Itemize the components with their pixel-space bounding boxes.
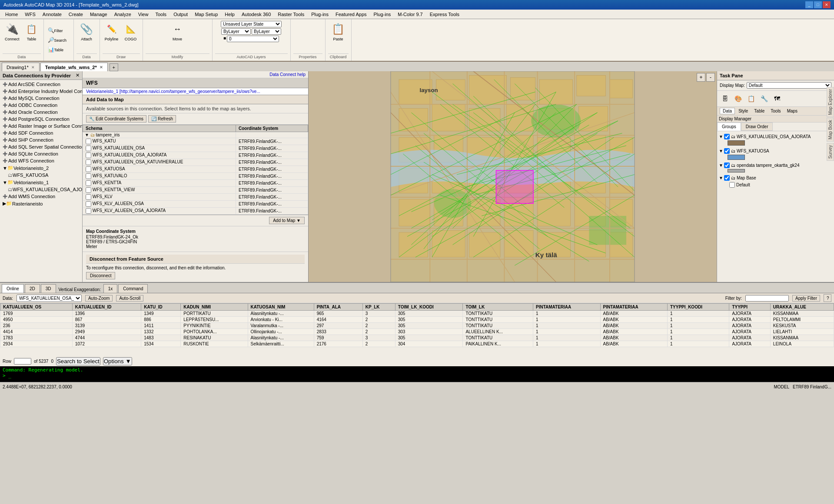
tree-expand-1[interactable]: ▼ <box>719 134 723 139</box>
move-button[interactable]: ↔️ Move <box>168 21 186 43</box>
tab-drawing1[interactable]: Drawing1* ✕ <box>2 63 40 71</box>
schema-item-katuosa[interactable]: WFS_KATUOSA ETRF89.FinlandGK-... <box>83 166 308 173</box>
filter-help-button[interactable]: ? <box>824 294 831 302</box>
table-row[interactable]: 293410721534RUSKONTIESelkämäenraitti...2… <box>0 341 834 347</box>
menu-help[interactable]: Help <box>221 11 238 18</box>
menu-mcolor[interactable]: M-Color 9.7 <box>394 11 426 18</box>
rt-maps-btn[interactable]: 🗺 <box>771 93 783 105</box>
layer-check-1[interactable] <box>724 134 730 139</box>
menu-view[interactable]: View <box>135 11 152 18</box>
close-button[interactable]: ✕ <box>823 1 831 8</box>
add-sqlserver[interactable]: ➕Add SQL Server Spatial Connection <box>1 143 81 150</box>
layer-check-3[interactable] <box>724 162 730 168</box>
schema-item-klv[interactable]: WFS_KLV ETRF89.FinlandGK-... <box>83 194 308 201</box>
schema-item-kenttaview[interactable]: WFS_KENTTA_VIEW ETRF89.FinlandGK-... <box>83 187 308 194</box>
schema-item-ajorata[interactable]: WFS_KATUALUEEN_OSA_AJORATA ETRF89.Finlan… <box>83 152 308 159</box>
layer-select[interactable]: Unsaved Layer State <box>221 21 282 27</box>
schema-group-row[interactable]: ▼ 🗂 tampere_iris <box>83 132 308 138</box>
paste-button[interactable]: 📋 Paste <box>329 21 347 43</box>
color-select[interactable]: 0 <box>227 36 279 42</box>
data-source-select[interactable]: WFS_KATUALUEEN_OSA_ <box>17 295 82 302</box>
row-number-input[interactable] <box>14 358 31 365</box>
map-explorer-label[interactable]: Map Explorer <box>827 87 834 117</box>
menu-analyze[interactable]: Analyze <box>111 11 135 18</box>
survey-label[interactable]: Survey <box>827 143 834 161</box>
add-wms[interactable]: ➕Add WMS Connection <box>1 193 81 200</box>
add-wfs[interactable]: ➕Add WFS Connection <box>1 157 81 164</box>
search-to-select-button[interactable]: Search to Select <box>56 357 100 365</box>
add-mysql[interactable]: ➕Add MySQL Connection <box>1 95 81 102</box>
menu-featuredapps[interactable]: Featured Apps <box>332 11 370 18</box>
search-button[interactable]: 🔎 Search <box>46 36 72 44</box>
add-postgresql[interactable]: ➕Add PostgreSQL Connection <box>1 116 81 123</box>
menu-mapsetup[interactable]: Map Setup <box>191 11 221 18</box>
map-zoom-out[interactable]: - <box>706 73 715 82</box>
attach-button[interactable]: 📎 Attach <box>77 21 96 43</box>
menu-rastertools[interactable]: Raster Tools <box>274 11 308 18</box>
add-odbc[interactable]: ➕Add ODBC Connection <box>1 102 81 109</box>
wfs-katualueen-node[interactable]: 🗂 WFS_KATUALUEEN_OSA_AJO... <box>6 186 81 193</box>
refresh-button[interactable]: 🔄 Refresh <box>148 115 176 123</box>
menu-tools[interactable]: Tools <box>152 11 170 18</box>
layer-check-2[interactable] <box>724 148 730 154</box>
tab-close-1[interactable]: ✕ <box>31 65 35 70</box>
rt-data-btn[interactable]: 🗄 <box>719 93 731 105</box>
map-zoom-in[interactable]: + <box>697 73 705 82</box>
table-row[interactable]: 4950867886LEPPÄSTENSU...Arvionkatu - Ki.… <box>0 317 834 323</box>
table-row[interactable]: 176913961349PORTTIKATUAlasniitynkatu -..… <box>0 311 834 317</box>
layer-check-4[interactable] <box>724 175 730 181</box>
tab-online[interactable]: Online <box>2 284 24 293</box>
apply-filter-button[interactable]: Apply Filter <box>792 295 820 302</box>
minimize-button[interactable]: _ <box>805 1 813 8</box>
add-oracle[interactable]: ➕Add Oracle Connection <box>1 109 81 116</box>
tab-template[interactable]: Template_wfs_wms_2* ✕ <box>40 63 108 71</box>
table-row[interactable]: 441429491332POHTOLANKA...Ollinojankatu -… <box>0 329 834 335</box>
schema-item-katuvalo[interactable]: WFS_KATUVALO ETRF89.FinlandGK-... <box>83 173 308 180</box>
add-to-map-button[interactable]: Add to Map ▼ <box>269 217 305 224</box>
add-sdf[interactable]: ➕Add SDF Connection <box>1 129 81 136</box>
rt-style-btn[interactable]: 🎨 <box>732 93 744 105</box>
menu-plugins2[interactable]: Plug-ins <box>370 11 395 18</box>
layer-check-5[interactable] <box>729 182 735 188</box>
menu-wfs[interactable]: WFS <box>21 11 39 18</box>
display-map-select[interactable]: Default <box>747 82 831 89</box>
maximize-button[interactable]: □ <box>814 1 822 8</box>
filter-button[interactable]: 🔍 Filter <box>46 26 72 35</box>
schema-item-klvalueen[interactable]: WFS_KLV_ALUEEN_OSA ETRF89.FinlandGK-... <box>83 201 308 208</box>
rt-tools-btn[interactable]: 🔧 <box>758 93 770 105</box>
bylayer-select-2[interactable]: ByLayer <box>252 28 281 35</box>
tab-1x[interactable]: 1x <box>103 284 118 293</box>
options-button[interactable]: Options ▼ <box>103 357 132 365</box>
menu-create[interactable]: Create <box>65 11 86 18</box>
tab-close-2[interactable]: ✕ <box>100 65 103 70</box>
tab-draw-order[interactable]: Draw Order <box>741 123 773 131</box>
schema-item-klvajorata[interactable]: WFS_KLV_ALUEEN_OSA_AJORATA ETRF89.Finlan… <box>83 208 308 215</box>
table-row[interactable]: 178347441483RESINAKATUAlasniitynkatu -..… <box>0 335 834 341</box>
filter-input[interactable] <box>745 295 789 302</box>
add-sqlite[interactable]: ➕Add SQLite Connection <box>1 150 81 157</box>
tab-command[interactable]: Command <box>118 284 148 293</box>
schema-item-kentta[interactable]: WFS_KENTTA ETRF89.FinlandGK-... <box>83 180 308 187</box>
vektori1-node[interactable]: ▼ 📁 Vektorianeisto_1 <box>1 179 81 186</box>
add-arcsde[interactable]: ➕Add ArcSDE Connection <box>1 81 81 88</box>
menu-expresstools[interactable]: Express Tools <box>426 11 463 18</box>
table-row[interactable]: 23631391411PYYNIKINTIEVaralanmutka -...2… <box>0 323 834 329</box>
menu-home[interactable]: Home <box>2 11 21 18</box>
add-raster[interactable]: ➕Add Raster Image or Surface Conn... <box>1 123 81 129</box>
schema-item-katuviher[interactable]: WFS_KATUALUEEN_OSA_KATUVIHERALUE ETRF89.… <box>83 159 308 166</box>
menu-annotate[interactable]: Annotate <box>39 11 65 18</box>
schema-item-katualueen[interactable]: WFS_KATUALUEEN_OSA ETRF89.FinlandGK-... <box>83 145 308 152</box>
tree-expand-3[interactable]: ▼ <box>719 163 723 168</box>
menu-plugins1[interactable]: Plug-ins <box>308 11 332 18</box>
tab-3d[interactable]: 3D <box>41 284 56 293</box>
draw-tools-button[interactable]: ✏️ Polyline <box>103 21 121 43</box>
left-panel-close[interactable]: ✕ <box>76 73 80 78</box>
schema-item-katu[interactable]: WFS_KATU ETRF89.FinlandGK-... <box>83 138 308 145</box>
edit-coord-button[interactable]: 🔧 Edit Coordinate Systems <box>86 115 146 123</box>
tree-expand-4[interactable]: ▼ <box>719 176 723 180</box>
cogo-button[interactable]: 📐 COGO <box>122 21 140 43</box>
tab-2d[interactable]: 2D <box>25 284 40 293</box>
add-shp[interactable]: ➕Add SHP Connection <box>1 136 81 143</box>
add-enterprise[interactable]: ➕Add Enterprise Industry Model Conn... <box>1 88 81 95</box>
new-tab-button[interactable]: + <box>110 63 118 71</box>
